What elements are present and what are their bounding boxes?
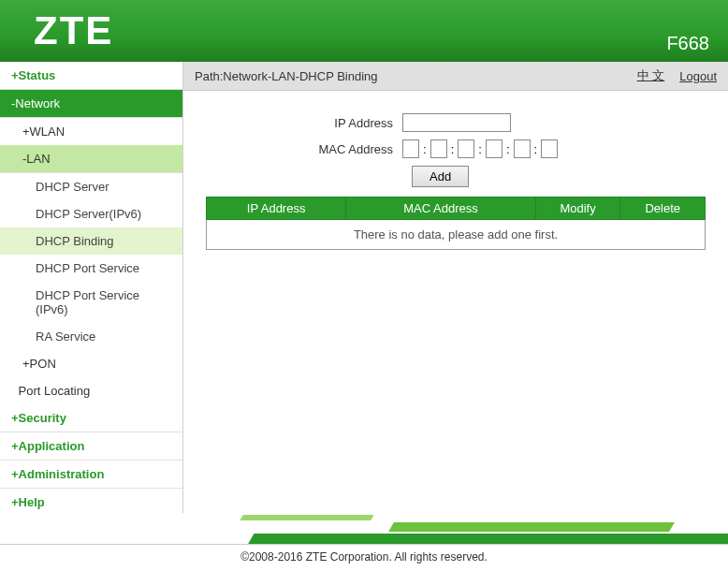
nav-security-label: Security [19,411,66,425]
nav-ra-service[interactable]: RA Service [0,323,182,350]
table-empty-message: There is no data, please add one first. [207,220,706,250]
nav-dhcp-server[interactable]: DHCP Server [0,173,182,200]
nav-wlan-label: WLAN [30,124,66,139]
mac-sep: : [534,142,538,156]
copyright: ©2008-2016 ZTE Corporation. All rights r… [240,550,488,564]
nav-port-locating-label: Port Locating [19,384,91,398]
mac-sep: : [506,142,510,156]
mac-input-2[interactable] [430,139,447,158]
content-area: IP Address MAC Address ::::: Add IP Addr… [183,91,728,513]
nav-help-label: Help [19,495,45,509]
th-ip: IP Address [207,198,346,220]
logo: ZTE [34,8,113,53]
breadcrumb: Path:Network-LAN-DHCP Binding [195,69,622,83]
sidebar: +Status -Network +WLAN -LAN DHCP Server … [0,62,183,513]
path-bar: Path:Network-LAN-DHCP Binding 中 文 Logout [183,62,728,91]
header-bar: ZTE F668 [0,0,728,62]
model-label: F668 [666,33,709,62]
ip-address-label: IP Address [206,116,402,130]
nav-network-label: Network [15,96,60,110]
binding-table: IP Address MAC Address Modify Delete The… [206,197,706,250]
language-link[interactable]: 中 文 [637,67,665,84]
nav-wlan[interactable]: +WLAN [0,118,182,145]
mac-address-group: ::::: [402,139,558,158]
nav-pon[interactable]: +PON [0,350,182,377]
nav-dhcp-server-ipv6[interactable]: DHCP Server(IPv6) [0,200,182,227]
nav-dhcp-binding[interactable]: DHCP Binding [0,227,182,255]
mac-sep: : [451,142,455,156]
mac-input-4[interactable] [486,139,502,158]
th-mac: MAC Address [346,198,536,220]
mac-sep: : [478,142,482,156]
mac-input-5[interactable] [514,139,531,158]
nav-status[interactable]: +Status [0,62,182,90]
footer-decoration [0,513,728,545]
nav-administration[interactable]: +Administration [0,461,182,489]
add-button[interactable]: Add [412,166,469,187]
nav-port-locating[interactable]: +Port Locating [0,377,182,404]
mac-input-1[interactable] [402,139,419,158]
nav-administration-label: Administration [19,467,105,481]
nav-application-label: Application [19,439,85,453]
nav-pon-label: PON [30,357,56,371]
nav-dhcp-port-service[interactable]: DHCP Port Service [0,255,182,282]
mac-sep: : [423,142,427,156]
nav-help[interactable]: +Help [0,489,182,513]
ip-address-input[interactable] [402,113,511,132]
footer: ©2008-2016 ZTE Corporation. All rights r… [0,513,728,571]
mac-input-3[interactable] [458,139,474,158]
nav-dhcp-port-service-ipv6[interactable]: DHCP Port Service (IPv6) [0,282,182,323]
nav-network[interactable]: -Network [0,90,182,118]
nav-status-label: Status [19,68,56,82]
th-modify: Modify [535,198,620,220]
nav-security[interactable]: +Security [0,404,182,432]
logout-link[interactable]: Logout [679,69,717,83]
mac-input-6[interactable] [541,139,558,158]
nav-application[interactable]: +Application [0,432,182,461]
mac-address-label: MAC Address [206,142,402,156]
nav-lan[interactable]: -LAN [0,145,182,173]
th-delete: Delete [620,198,706,220]
nav-lan-label: LAN [26,152,50,166]
